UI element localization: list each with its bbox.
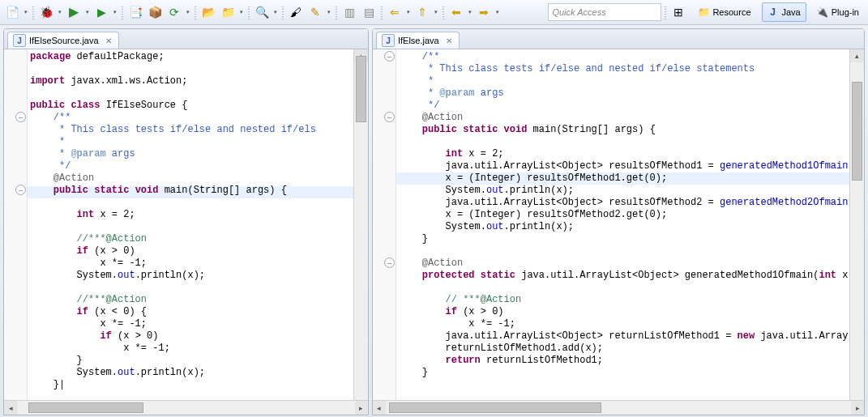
forward-dropdown[interactable]: ▾	[494, 3, 501, 21]
run-dropdown[interactable]: ▾	[84, 3, 91, 21]
back-button[interactable]: ⬅	[447, 3, 465, 21]
main-toolbar: 📄 ▾ 🐞 ▾ ▶ ▾ ▶ ▾ 📑 📦 ⟳ ▾ 📂 📁 ▾ 🔍 ▾ 🖌 ✎ ▾ …	[0, 0, 868, 25]
java-file-icon: J	[13, 34, 26, 47]
vertical-scrollbar[interactable]: ▴ ▾	[849, 49, 864, 415]
toggle-breadcrumb-button[interactable]: ▥	[340, 3, 358, 21]
right-editor-pane: J IfElse.java ✕ – – – /** * This class t…	[372, 28, 865, 415]
scroll-right-icon[interactable]: ▸	[851, 401, 864, 415]
search-button[interactable]: 🔍	[253, 3, 271, 21]
scroll-left-icon[interactable]: ◂	[373, 401, 386, 415]
right-code[interactable]: /** * This class tests if/else and neste…	[399, 51, 848, 398]
scroll-right-icon[interactable]: ▸	[355, 401, 368, 415]
right-tabstrip: J IfElse.java ✕	[373, 29, 864, 49]
run-last-button[interactable]: ▶	[92, 3, 110, 21]
scroll-thumb[interactable]	[852, 82, 862, 181]
workbench: 📄 ▾ 🐞 ▾ ▶ ▾ ▶ ▾ 📑 📦 ⟳ ▾ 📂 📁 ▾ 🔍 ▾ 🖌 ✎ ▾ …	[0, 0, 868, 417]
new-project-button[interactable]: ⟳	[165, 3, 183, 21]
horizontal-scrollbar[interactable]: ◂ ▸	[373, 400, 864, 415]
back-dropdown[interactable]: ▾	[467, 3, 473, 21]
next-edit-dropdown[interactable]: ▾	[433, 3, 439, 21]
fold-icon[interactable]: –	[15, 185, 26, 195]
open-task-button[interactable]: 📁	[219, 3, 237, 21]
new-package-button[interactable]: 📦	[146, 3, 164, 21]
scroll-up-icon[interactable]: ▴	[850, 49, 864, 62]
forward-button[interactable]: ➡	[475, 3, 493, 21]
fold-icon[interactable]: –	[384, 112, 395, 122]
quick-access-input[interactable]: Quick Access	[548, 3, 661, 21]
vertical-scrollbar[interactable]: ▴ ▾	[353, 49, 368, 415]
prev-edit-button[interactable]: ⇐	[386, 3, 404, 21]
scroll-left-icon[interactable]: ◂	[4, 401, 17, 415]
paint-button[interactable]: 🖌	[287, 3, 305, 21]
plugin-icon: 🔌	[817, 6, 828, 18]
new-project-dropdown[interactable]: ▾	[185, 3, 191, 21]
close-icon[interactable]: ✕	[444, 36, 454, 45]
left-gutter: – –	[4, 49, 28, 401]
prev-edit-dropdown[interactable]: ▾	[405, 3, 412, 21]
left-code[interactable]: package defaultPackage; import javax.xml…	[30, 51, 352, 398]
scroll-thumb[interactable]	[389, 402, 601, 413]
annotation-button[interactable]: ✎	[306, 3, 324, 21]
annotation-dropdown[interactable]: ▾	[326, 3, 332, 21]
open-task-dropdown[interactable]: ▾	[238, 3, 245, 21]
toggle-editor-button[interactable]: ▤	[360, 3, 378, 21]
search-dropdown[interactable]: ▾	[272, 3, 279, 21]
right-gutter: – – –	[373, 49, 396, 401]
tab-label: IfElse.java	[398, 36, 439, 45]
quick-access-placeholder: Quick Access	[552, 7, 605, 17]
new-dropdown[interactable]: ▾	[23, 3, 29, 21]
perspective-java[interactable]: J Java	[762, 2, 806, 22]
debug-dropdown[interactable]: ▾	[57, 3, 63, 21]
fold-icon[interactable]: –	[15, 112, 26, 122]
close-icon[interactable]: ✕	[104, 36, 113, 45]
next-edit-button[interactable]: ⇑	[413, 3, 431, 21]
editor-area: J IfElseSource.java ✕ – – package defaul…	[0, 25, 868, 417]
fold-icon[interactable]: –	[384, 51, 395, 62]
left-tabstrip: J IfElseSource.java ✕	[4, 29, 368, 49]
tab-ifelse[interactable]: J IfElse.java ✕	[376, 32, 460, 49]
perspective-label: Java	[782, 7, 801, 17]
perspective-plugin[interactable]: 🔌 Plug-in	[811, 2, 865, 22]
perspective-resource[interactable]: 📁 Resource	[692, 2, 756, 22]
debug-button[interactable]: 🐞	[37, 3, 55, 21]
java-perspective-icon: J	[768, 6, 779, 18]
tab-ifelsesource[interactable]: J IfElseSource.java ✕	[7, 32, 119, 49]
fold-icon[interactable]: –	[384, 257, 395, 268]
open-perspective-button[interactable]: ⊞	[669, 3, 687, 21]
folder-icon: 📁	[698, 6, 709, 18]
open-type-button[interactable]: 📂	[199, 3, 217, 21]
left-editor-pane: J IfElseSource.java ✕ – – package defaul…	[3, 28, 369, 415]
horizontal-scrollbar[interactable]: ◂ ▸	[4, 400, 368, 415]
scroll-thumb[interactable]	[356, 56, 366, 122]
tab-label: IfElseSource.java	[29, 36, 99, 45]
scroll-thumb[interactable]	[28, 402, 143, 413]
left-code-area[interactable]: – – package defaultPackage; import javax…	[4, 49, 368, 415]
new-class-button[interactable]: 📑	[126, 3, 144, 21]
perspective-label: Plug-in	[832, 7, 859, 17]
run-last-dropdown[interactable]: ▾	[112, 3, 118, 21]
new-button[interactable]: 📄	[3, 3, 21, 21]
right-code-area[interactable]: – – – /** * This class tests if/else and…	[373, 49, 864, 415]
perspective-label: Resource	[712, 7, 750, 17]
java-file-icon: J	[382, 34, 395, 47]
run-button[interactable]: ▶	[65, 3, 83, 21]
